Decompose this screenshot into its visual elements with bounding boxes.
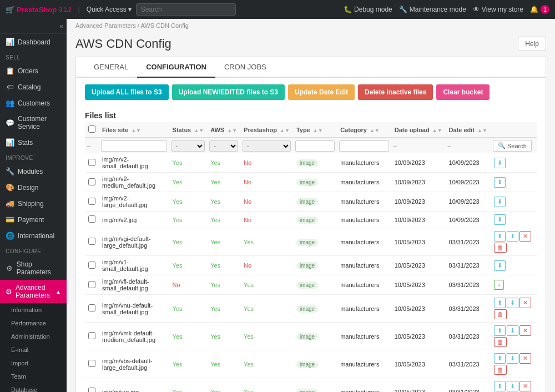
sidebar-item-administration[interactable]: Administration	[0, 330, 67, 343]
sidebar-item-information[interactable]: Information	[0, 303, 67, 316]
col-aws[interactable]: AWS ▲▼	[207, 122, 240, 138]
col-files-site[interactable]: Files site ▲▼	[99, 122, 169, 138]
delete-button[interactable]: ✕	[519, 231, 531, 242]
sidebar-item-stats[interactable]: 📊 Stats	[0, 134, 67, 150]
filter-category-input[interactable]	[339, 140, 389, 152]
sidebar-item-advanced-parameters[interactable]: ⚙ Advanced Parameters ▲	[0, 280, 67, 303]
row-date-edit: 03/31/2023	[446, 295, 491, 323]
col-date-edit[interactable]: Date edit ▲▼	[446, 122, 491, 138]
upload-button[interactable]: ⬆	[494, 381, 506, 391]
quick-access-link[interactable]: Quick Access ▾	[87, 6, 132, 13]
upload-button[interactable]: ⬆	[494, 325, 506, 336]
update-date-button[interactable]: Update Date Edit	[288, 84, 355, 100]
col-category[interactable]: Category ▲▼	[337, 122, 391, 138]
trash-button[interactable]: 🗑	[494, 309, 507, 319]
sidebar-item-customers[interactable]: 👥 Customers	[0, 95, 67, 111]
row-checkbox[interactable]	[88, 159, 95, 166]
sidebar-collapse-button[interactable]: «	[0, 19, 67, 34]
tab-general[interactable]: GENERAL	[85, 57, 137, 78]
delete-inactive-button[interactable]: Delete inactive files	[358, 84, 433, 100]
filter-type-input[interactable]	[295, 140, 335, 152]
trash-button[interactable]: 🗑	[494, 337, 507, 347]
sidebar-item-customer-service[interactable]: 💬 Customer Service	[0, 111, 67, 134]
filter-status-select[interactable]: -YesNo	[171, 140, 205, 152]
row-checkbox[interactable]	[88, 281, 95, 288]
upload-button[interactable]: ⬆	[494, 353, 506, 364]
download-button[interactable]: ⬇	[507, 298, 518, 308]
upload-button[interactable]: ⬆	[494, 298, 506, 308]
col-prestashop[interactable]: Prestashop ▲▼	[240, 122, 293, 138]
row-checkbox[interactable]	[88, 388, 95, 392]
row-status: Yes	[169, 323, 208, 350]
sidebar-item-shipping[interactable]: 🚚 Shipping	[0, 195, 67, 212]
advanced-params-icon: ⚙	[6, 288, 12, 296]
sidebar-item-performance[interactable]: Performance	[0, 316, 67, 330]
upload-button[interactable]: ⬆	[494, 231, 506, 242]
row-checkbox[interactable]	[88, 215, 95, 223]
download-button[interactable]: ⬇	[494, 177, 506, 188]
clear-bucket-button[interactable]: Clear bucket	[436, 84, 490, 100]
download-button[interactable]: ⬇	[494, 260, 506, 271]
sidebar-item-payment[interactable]: 💳 Payment	[0, 212, 67, 228]
filter-aws-select[interactable]: -YesNo	[209, 140, 238, 152]
col-checkbox	[85, 122, 99, 138]
upload-new-button[interactable]: Upload NEW/EDITED files to S3	[172, 84, 285, 100]
search-button[interactable]: 🔍 Search	[493, 140, 532, 152]
sidebar-item-database[interactable]: Database	[0, 383, 67, 392]
sidebar-item-dashboard[interactable]: 📊 Dashboard	[0, 34, 67, 50]
trash-button[interactable]: 🗑	[494, 243, 507, 253]
download-button[interactable]: ⬇	[507, 325, 518, 336]
delete-button[interactable]: ✕	[519, 298, 531, 308]
view-store-link[interactable]: 👁 View my store	[473, 6, 523, 13]
row-checkbox[interactable]	[88, 360, 95, 367]
sidebar-item-modules[interactable]: 🔧 Modules	[0, 163, 67, 179]
quick-access-label: Quick Access	[87, 6, 127, 13]
sidebar-item-catalog[interactable]: 🏷 Catalog	[0, 79, 67, 95]
download-button[interactable]: ⬇	[507, 353, 518, 364]
sidebar-item-international[interactable]: 🌐 International	[0, 228, 67, 244]
trash-button[interactable]: 🗑	[494, 365, 507, 375]
download-button[interactable]: ⬇	[507, 231, 518, 242]
download-button[interactable]: ⬇	[507, 381, 518, 391]
sidebar-item-shop-parameters[interactable]: ⚙ Shop Parameters	[0, 257, 67, 280]
delete-button[interactable]: ✕	[519, 325, 531, 336]
upload-all-button[interactable]: Upload ALL files to S3	[85, 84, 169, 100]
delete-button[interactable]: ✕	[519, 381, 531, 391]
download-button[interactable]: ⬇	[494, 197, 506, 207]
row-checkbox[interactable]	[88, 238, 95, 245]
help-button[interactable]: Help	[518, 37, 546, 51]
download-button[interactable]: ⬇	[494, 158, 506, 168]
add-button[interactable]: +	[494, 280, 504, 290]
sidebar-item-team[interactable]: Team	[0, 370, 67, 383]
search-input[interactable]	[136, 3, 236, 16]
row-checkbox[interactable]	[88, 332, 95, 339]
col-date-upload[interactable]: Date upload ▲▼	[391, 122, 446, 138]
filter-date-upload-cell: –	[391, 138, 446, 153]
tab-cron-jobs[interactable]: CRON JOBS	[215, 57, 275, 78]
row-checkbox[interactable]	[88, 198, 95, 205]
filter-prestashop-select[interactable]: -YesNo	[243, 140, 291, 152]
row-type: image	[293, 256, 337, 275]
row-checkbox[interactable]	[88, 304, 95, 311]
sidebar-item-email[interactable]: E-mail	[0, 343, 67, 356]
sidebar-item-design[interactable]: 🎨 Design	[0, 179, 67, 195]
col-type[interactable]: Type ▲▼	[293, 122, 337, 138]
sidebar-item-import[interactable]: Import	[0, 356, 67, 370]
sidebar-item-orders[interactable]: 📋 Orders	[0, 63, 67, 79]
row-checkbox-cell	[85, 173, 99, 192]
delete-button[interactable]: ✕	[519, 353, 531, 364]
filter-files-site-input[interactable]	[101, 140, 167, 152]
select-all-checkbox[interactable]	[88, 125, 95, 133]
maintenance-mode-link[interactable]: 🔧 Maintenance mode	[399, 6, 466, 13]
row-checkbox[interactable]	[88, 178, 95, 185]
type-badge: image	[296, 333, 318, 340]
tab-configuration[interactable]: CONFIGURATION	[137, 57, 215, 78]
download-button[interactable]: ⬇	[494, 214, 506, 225]
debug-mode-link[interactable]: 🐛 Debug mode	[344, 6, 392, 13]
row-checkbox[interactable]	[88, 262, 95, 269]
col-status[interactable]: Status ▲▼	[169, 122, 208, 138]
notifications[interactable]: 🔔 1	[530, 5, 549, 14]
row-date-upload: 10/05/2023	[391, 295, 446, 323]
orders-icon: 📋	[6, 67, 14, 75]
breadcrumb-advanced-params[interactable]: Advanced Parameters	[75, 22, 136, 29]
